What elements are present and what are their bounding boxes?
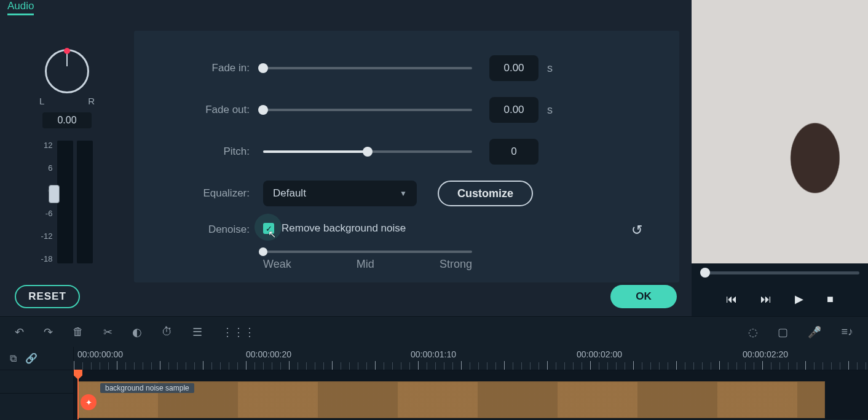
- timeline-track-headers: ⧉ 🔗: [0, 347, 74, 420]
- link-icon[interactable]: 🔗: [25, 352, 37, 364]
- speed-icon[interactable]: ◐: [132, 325, 142, 339]
- pan-value: 0.00: [42, 112, 91, 128]
- timecode: 00:00:02:20: [743, 349, 788, 359]
- timecode: 00:00:00:00: [77, 349, 123, 359]
- step-back-icon[interactable]: ⏮: [726, 293, 737, 306]
- clip-fx-icon[interactable]: ✦: [81, 394, 97, 410]
- denoise-checkbox-label: Remove background noise: [282, 222, 406, 235]
- audio-panel: Audio L R 0.00 12 6 0: [0, 0, 692, 316]
- fade-out-slider[interactable]: [263, 109, 472, 111]
- equalizer-label: Equalizer:: [171, 187, 263, 200]
- timeline: ⧉ 🔗 00:00:00:00 00:00:00:20 00:00:01:10 …: [0, 347, 868, 420]
- clip-label: background noise sample: [100, 383, 194, 393]
- volume-slider[interactable]: [49, 185, 60, 203]
- timeline-ruler[interactable]: 00:00:00:00 00:00:00:20 00:00:01:10 00:0…: [74, 347, 868, 370]
- equalizer-selected: Default: [273, 187, 306, 200]
- fade-in-label: Fade in:: [171, 62, 263, 74]
- timeline-tracks[interactable]: ✦ background noise sample: [74, 370, 868, 419]
- preview-pane: ⏮ ⏭ ▶ ■: [692, 0, 868, 316]
- tab-audio[interactable]: Audio: [7, 0, 34, 15]
- fade-in-unit: s: [547, 62, 553, 75]
- render-icon[interactable]: ◌: [748, 325, 758, 339]
- video-clip[interactable]: ✦ background noise sample: [77, 381, 825, 418]
- settings-icon[interactable]: ☰: [192, 325, 202, 339]
- mixer-icon[interactable]: ≡♪: [841, 325, 853, 338]
- tab-bar: Audio: [0, 0, 692, 15]
- fade-out-value[interactable]: 0.00: [489, 97, 539, 123]
- reset-icon[interactable]: ↺: [631, 222, 642, 238]
- fade-in-slider[interactable]: [263, 67, 472, 69]
- pan-right-label: R: [88, 96, 95, 106]
- audio-wave-icon[interactable]: ⋮⋮⋮: [222, 325, 255, 339]
- chevron-down-icon: ▼: [400, 189, 407, 198]
- pitch-slider[interactable]: [263, 150, 472, 153]
- db-meter: 12 6 0 -6 -12 -18: [41, 141, 93, 270]
- play-icon[interactable]: ▶: [795, 292, 803, 306]
- timeline-toolbar: ↶ ↷ 🗑 ✂ ◐ ⏱ ☰ ⋮⋮⋮ ◌ ▢ 🎤 ≡♪: [0, 316, 868, 347]
- denoise-slider[interactable]: [263, 251, 472, 253]
- preview-transport: ⏮ ⏭ ▶ ■: [692, 282, 868, 316]
- preview-scrubber[interactable]: [692, 263, 868, 282]
- timecode: 00:00:02:00: [577, 349, 622, 359]
- denoise-level-labels: Weak Mid Strong: [263, 258, 472, 271]
- marker-icon[interactable]: ▢: [778, 325, 788, 339]
- ok-button[interactable]: OK: [610, 285, 677, 308]
- timecode: 00:00:00:20: [246, 349, 291, 359]
- undo-icon[interactable]: ↶: [15, 325, 24, 339]
- customize-button[interactable]: Customize: [438, 181, 533, 206]
- cursor-icon: ↖: [268, 228, 276, 240]
- pan-left-label: L: [39, 96, 44, 106]
- add-track-icon[interactable]: ⧉: [10, 353, 17, 364]
- timecode: 00:00:01:10: [411, 349, 456, 359]
- redo-icon[interactable]: ↷: [44, 325, 53, 339]
- meter-column: L R 0.00 12 6 0 -6 -12 -18: [0, 31, 134, 282]
- fade-out-unit: s: [547, 104, 553, 117]
- stop-icon[interactable]: ■: [827, 293, 834, 306]
- meter-bar-left: [57, 141, 73, 263]
- pitch-label: Pitch:: [171, 146, 263, 158]
- audio-controls: Fade in: 0.00 s Fade out: 0.00 s Pitch: …: [134, 31, 679, 282]
- equalizer-select[interactable]: Default ▼: [263, 181, 417, 206]
- split-icon[interactable]: ✂: [103, 325, 112, 339]
- playhead[interactable]: [77, 370, 79, 419]
- preview-video: [692, 0, 868, 263]
- denoise-label: Denoise:: [171, 222, 263, 236]
- delete-icon[interactable]: 🗑: [73, 325, 84, 338]
- pan-lr-labels: L R: [39, 96, 95, 106]
- video-track-header[interactable]: [0, 370, 73, 394]
- fade-in-value[interactable]: 0.00: [489, 55, 539, 81]
- voiceover-icon[interactable]: 🎤: [808, 325, 821, 339]
- pitch-value[interactable]: 0: [489, 139, 539, 165]
- step-forward-icon[interactable]: ⏭: [760, 293, 771, 306]
- duration-icon[interactable]: ⏱: [162, 325, 173, 338]
- reset-button[interactable]: RESET: [15, 285, 80, 308]
- fade-out-label: Fade out:: [171, 104, 263, 116]
- meter-bar-right: [77, 141, 93, 263]
- pan-dial[interactable]: [45, 49, 89, 93]
